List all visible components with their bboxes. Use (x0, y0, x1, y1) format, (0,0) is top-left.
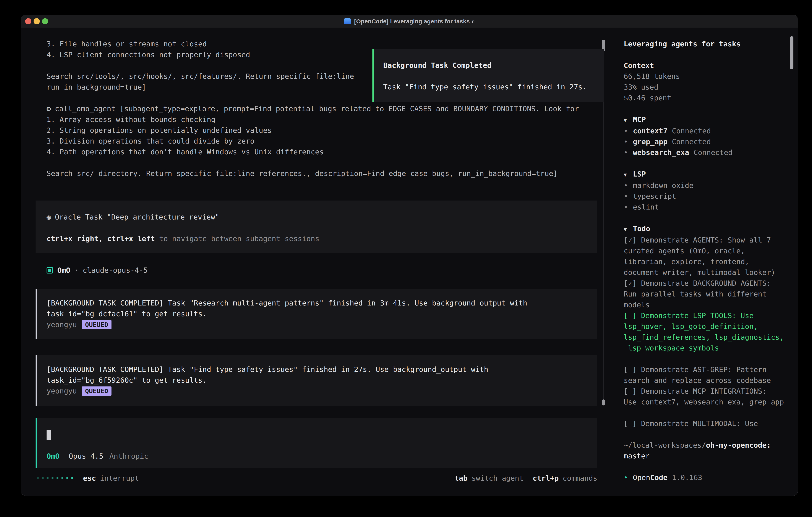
tab-hint: tab switch agent (455, 473, 523, 484)
commands-key: ctrl+p (533, 473, 559, 484)
queued-badge: QUEUED (82, 386, 112, 396)
lsp-item: •markdown-oxide (624, 180, 786, 191)
main-scrollbar-thumb-bottom[interactable] (602, 400, 605, 405)
tab-label: switch agent (471, 473, 523, 484)
message-meta: yeongyu QUEUED (47, 319, 586, 330)
fisheye-icon: ◉ (47, 213, 51, 221)
sidebar[interactable]: Leveraging agents for tasks Context 66,5… (615, 28, 798, 496)
chevron-down-icon: ▼ (624, 169, 633, 180)
commands-hint: ctrl+p commands (533, 473, 597, 484)
todo-heading: Todo (633, 224, 650, 233)
message-block: [BACKGROUND TASK COMPLETED] Task "Find t… (35, 355, 597, 406)
mcp-item-status: Connected (672, 127, 711, 135)
background-task-toast: Background Task Completed Task "Find typ… (372, 49, 604, 102)
sidebar-scrollbar-thumb[interactable] (790, 36, 793, 69)
close-button[interactable] (25, 18, 31, 24)
context-spent: $0.46 spent (624, 92, 786, 103)
todo-item: [ ] Demonstrate LSP TOOLS: Use lsp_hover… (624, 310, 786, 353)
spinner-dots: •••••••• (35, 473, 75, 484)
input-model-label: Opus 4.5 (69, 452, 103, 460)
mcp-item-status: Connected (672, 138, 711, 146)
message-meta: yeongyu QUEUED (47, 386, 586, 397)
input-line[interactable] (47, 429, 586, 440)
input-meta: OmOOpus 4.5Anthropic (47, 451, 586, 462)
message-author: yeongyu (47, 386, 77, 397)
todo-item: [ ] Demonstrate AST-GREP: Pattern search… (624, 364, 786, 386)
opencode-version: 1.0.163 (672, 473, 702, 482)
todo-section-header[interactable]: ▼Todo (624, 223, 786, 235)
commands-label: commands (563, 473, 597, 484)
hint-keys: ctrl+x right, ctrl+x left (47, 235, 155, 243)
lsp-section-header[interactable]: ▼LSP (624, 169, 786, 180)
input-provider-label: Anthropic (109, 452, 148, 460)
window-title-group: [OpenCode] Leveraging agents for tasks ◐ (344, 18, 475, 25)
lsp-item: •typescript (624, 191, 786, 202)
sidebar-title: Leveraging agents for tasks (624, 38, 786, 49)
hint-text: to navigate between subagent sessions (155, 235, 319, 243)
todo-item: [✓] Demonstrate AGENTS: Show all 7 curat… (624, 235, 786, 278)
mcp-item: •websearch_exaConnected (624, 147, 786, 158)
app-window: [OpenCode] Leveraging agents for tasks ◐… (21, 15, 798, 496)
bullet-icon: • (624, 472, 633, 483)
bullet-icon: • (624, 147, 633, 158)
todo-item: [ ] Demonstrate MCP INTEGRATIONS: Use co… (624, 386, 786, 407)
bullet-icon: • (624, 180, 633, 191)
opencode-name-bold: Code (650, 473, 668, 482)
zoom-button[interactable] (42, 18, 48, 24)
status-right: tab switch agent ctrl+p commands (455, 473, 598, 484)
toast-body: Task "Find type safety issues" finished … (383, 82, 596, 92)
tool-call-line: ⚙call_omo_agent [subagent_type=explore, … (47, 103, 597, 114)
lsp-item: •eslint (624, 202, 786, 213)
bullet-icon: • (624, 202, 633, 213)
lsp-item-name: typescript (633, 192, 676, 200)
mcp-item-name: context7 (633, 127, 667, 135)
queued-badge: QUEUED (82, 320, 112, 329)
gear-icon: ⚙ (47, 105, 51, 113)
context-heading: Context (624, 60, 786, 71)
mcp-item: •context7Connected (624, 126, 786, 136)
todo-item: [✓] Demonstrate BACKGROUND AGENTS: Run p… (624, 278, 786, 310)
titlebar: [OpenCode] Leveraging agents for tasks ◐ (21, 15, 798, 28)
window-title: [OpenCode] Leveraging agents for tasks ◐ (354, 18, 475, 25)
context-used: 33% used (624, 82, 786, 92)
message-text: [BACKGROUND TASK COMPLETED] Task "Resear… (47, 298, 586, 319)
esc-key: esc (83, 473, 96, 484)
mcp-item-status: Connected (694, 148, 732, 157)
status-bar: •••••••• esc interrupt tab switch agent … (35, 473, 597, 484)
chevron-down-icon: ▼ (624, 115, 633, 126)
esc-hint: esc interrupt (83, 473, 139, 484)
message-text: [BACKGROUND TASK COMPLETED] Task "Find t… (47, 364, 586, 386)
chevron-down-icon: ▼ (624, 224, 633, 235)
tool-call-header: call_omo_agent [subagent_type=explore, p… (55, 105, 579, 113)
traffic-lights (25, 18, 48, 24)
oracle-task-title: ◉Oracle Task "Deep architecture review" (47, 212, 586, 222)
bullet-icon: • (624, 136, 633, 147)
mcp-section-header[interactable]: ▼MCP (624, 114, 786, 126)
minimize-button[interactable] (34, 18, 40, 24)
mcp-item: •grep_appConnected (624, 136, 786, 147)
lsp-item-name: eslint (633, 203, 659, 211)
agent-separator: · (74, 265, 79, 276)
message-block: [BACKGROUND TASK COMPLETED] Task "Resear… (35, 289, 597, 339)
input-agent-label: OmO (47, 452, 60, 460)
version-line: •OpenCode1.0.163 (624, 472, 786, 483)
workspace-branch: master (624, 451, 786, 461)
lsp-heading: LSP (633, 170, 646, 178)
workspace-path-name: oh-my-opencode: (706, 441, 771, 449)
agent-header: OmO · claude-opus-4-5 (47, 265, 597, 276)
bullet-icon: • (624, 126, 633, 136)
tool-call-body: 1. Array access without bounds checking … (47, 114, 597, 179)
oracle-hint: ctrl+x right, ctrl+x left to navigate be… (47, 233, 586, 244)
workspace-path-prefix: ~/local-workspaces/ (624, 441, 706, 449)
prompt-input[interactable]: OmOOpus 4.5Anthropic (35, 418, 597, 468)
agent-model: claude-opus-4-5 (83, 265, 148, 276)
bullet-icon: • (624, 191, 633, 202)
mcp-heading: MCP (633, 115, 646, 124)
message-author: yeongyu (47, 319, 77, 330)
toast-title: Background Task Completed (383, 60, 596, 71)
omo-agent-icon (47, 267, 53, 273)
lsp-item-name: markdown-oxide (633, 181, 693, 190)
esc-label: interrupt (100, 473, 139, 484)
terminal-scroll-area[interactable]: Background Task Completed Task "Find typ… (21, 28, 615, 496)
oracle-task-box: ◉Oracle Task "Deep architecture review" … (35, 200, 597, 253)
